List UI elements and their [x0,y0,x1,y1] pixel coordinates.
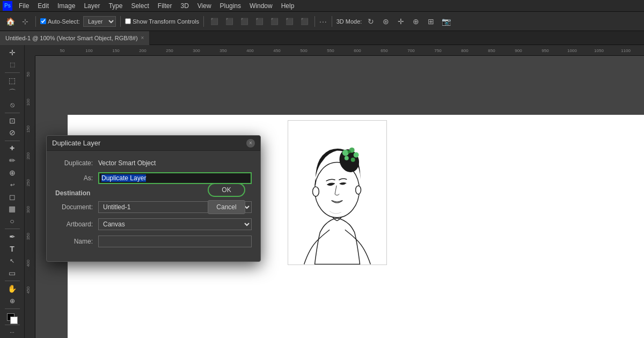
ruler-mark-150: 150 [112,48,119,53]
as-label: As: [55,174,98,182]
show-transform-checkbox[interactable] [125,18,131,24]
menu-edit[interactable]: Edit [34,1,53,11]
toolbar-separator-2 [120,16,121,27]
history-brush-tool[interactable]: ↩ [4,179,21,190]
path-selection-tool[interactable]: ↖ [4,255,21,267]
align-left-icon[interactable]: ⬛ [208,16,220,27]
ruler-mark-v-200: 200 [26,152,31,159]
more-options-icon[interactable]: ··· [319,17,327,26]
3d-slide-icon[interactable]: ⊕ [410,16,422,27]
pen-tool[interactable]: ✒ [4,231,21,243]
ruler-mark-250: 250 [166,48,173,53]
artboard-label: Artboard: [55,221,98,228]
tool-separator-3 [5,141,20,141]
document-tab[interactable]: Untitled-1 @ 100% (Vector Smart Object, … [0,31,150,45]
menu-file[interactable]: File [15,1,33,11]
move-tool[interactable]: ✛ [4,47,21,58]
menu-filter[interactable]: Filter [154,1,176,11]
show-transform-label: Show Transform Controls [133,18,199,25]
ruler-mark-100: 100 [85,48,92,53]
ruler-mark-v-50: 50 [26,72,31,77]
svg-point-8 [348,150,351,153]
menu-type[interactable]: Type [105,1,126,11]
camera-icon[interactable]: 📷 [440,16,452,27]
eyedropper-tool[interactable]: ⊘ [4,127,21,138]
auto-select-option[interactable]: Auto-Select: [40,18,80,25]
tool-separator-2 [5,113,20,113]
ruler-mark-800: 800 [461,48,468,53]
healing-brush-tool[interactable]: ✚ [4,143,21,154]
ruler-mark-v-450: 450 [26,286,31,293]
ruler-mark-400: 400 [246,48,253,53]
more-tools-icon[interactable]: ··· [4,327,21,338]
align-bottom-icon[interactable]: ⬛ [283,16,295,27]
move-tool-icon[interactable]: ⊹ [19,16,31,27]
dialog-title-bar: Duplicate Layer × [47,136,260,151]
duplicate-layer-dialog: Duplicate Layer × OK Cancel Duplicate: V… [46,135,261,262]
eraser-tool[interactable]: ◻ [4,192,21,203]
dialog-close-button[interactable]: × [246,139,255,148]
cancel-button[interactable]: Cancel [208,200,245,214]
menu-layer[interactable]: Layer [80,1,104,11]
ok-button[interactable]: OK [208,183,245,197]
foreground-background-color[interactable] [4,311,21,322]
ruler-mark-1100: 1100 [621,48,631,53]
artboard-tool[interactable]: ⬚ [4,60,21,71]
magic-wand-tool[interactable]: ⍉ [4,99,21,111]
ruler-mark-1050: 1050 [594,48,604,53]
dialog-content-area: OK Cancel Duplicate: Vector Smart Object… [55,159,252,247]
duplicate-label: Duplicate: [55,159,98,167]
dodge-tool[interactable]: ○ [4,216,21,227]
tab-close-button[interactable]: × [141,35,144,41]
tool-separator-6 [5,308,20,309]
menu-view[interactable]: View [194,1,215,11]
clone-stamp-tool[interactable]: ⊕ [4,167,21,178]
artboard-dropdown[interactable]: Canvas [98,218,252,230]
align-right-icon[interactable]: ⬛ [238,16,250,27]
align-top-icon[interactable]: ⬛ [253,16,265,27]
ruler-mark-v-100: 100 [26,99,31,106]
menu-help[interactable]: Help [277,1,298,11]
distribute-icon[interactable]: ⬛ [298,16,310,27]
ruler-mark-200: 200 [139,48,146,53]
zoom-tool[interactable]: ⊕ [4,296,21,307]
name-row: Name: [55,236,252,247]
ruler-mark-900: 900 [515,48,522,53]
as-input[interactable] [98,172,252,184]
ruler-mark-500: 500 [300,48,307,53]
shape-tool[interactable]: ▭ [4,268,21,279]
svg-point-7 [345,156,349,160]
name-input[interactable] [98,236,252,247]
tab-title: Untitled-1 @ 100% (Vector Smart Object, … [5,35,138,41]
rectangular-marquee-tool[interactable]: ⬚ [4,75,21,86]
brush-tool[interactable]: ✏ [4,155,21,166]
menu-select[interactable]: Select [127,1,152,11]
align-center-icon[interactable]: ⬛ [223,16,235,27]
svg-point-6 [351,158,355,162]
home-icon[interactable]: 🏠 [4,16,16,27]
ruler-top: 50 100 150 200 250 300 350 400 450 500 5… [35,45,644,56]
artboard-row: Artboard: Canvas [55,218,252,230]
type-tool[interactable]: T [4,244,21,255]
crop-tool[interactable]: ⊡ [4,115,21,126]
3d-orbit-icon[interactable]: ⊛ [380,16,392,27]
gradient-tool[interactable]: ▦ [4,203,21,215]
3d-rotate-icon[interactable]: ↻ [365,16,377,27]
ruler-mark-50: 50 [60,48,65,53]
ruler-left: 50 100 150 200 250 300 350 400 450 [25,56,35,338]
destination-section-label: Destination [55,189,90,197]
show-transform-option[interactable]: Show Transform Controls [125,18,199,25]
align-middle-icon[interactable]: ⬛ [268,16,280,27]
menu-image[interactable]: Image [54,1,79,11]
3d-scale-icon[interactable]: ⊞ [425,16,437,27]
auto-select-checkbox[interactable] [40,18,46,24]
lasso-tool[interactable]: ⌒ [4,87,21,98]
hand-tool[interactable]: ✋ [4,283,21,295]
auto-select-dropdown[interactable]: Layer Group [83,16,116,27]
menu-items: File Edit Image Layer Type Select Filter… [15,1,298,11]
menu-window[interactable]: Window [246,1,276,11]
ruler-mark-1000: 1000 [567,48,577,53]
menu-plugins[interactable]: Plugins [216,1,245,11]
3d-pan-icon[interactable]: ✛ [395,16,407,27]
menu-3d[interactable]: 3D [177,1,192,11]
